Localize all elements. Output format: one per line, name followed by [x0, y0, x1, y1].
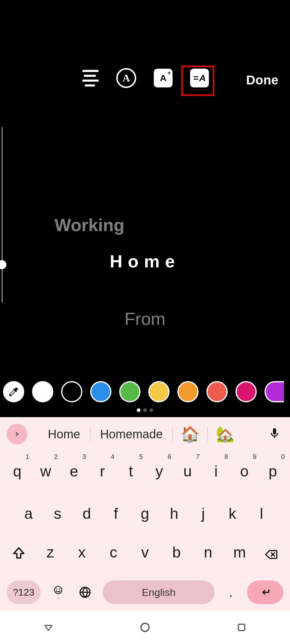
nav-back-button[interactable]	[41, 620, 55, 634]
triangle-down-icon	[42, 621, 54, 633]
color-swatch-yellow[interactable]	[148, 381, 170, 402]
voice-input-button[interactable]	[268, 426, 281, 443]
enter-key[interactable]	[247, 580, 283, 604]
key-r[interactable]: r4	[88, 463, 116, 480]
color-swatch-row	[0, 381, 290, 402]
language-key[interactable]	[76, 586, 94, 599]
svg-rect-6	[239, 624, 245, 631]
color-swatch-green[interactable]	[119, 381, 140, 402]
color-swatch-black[interactable]	[61, 381, 82, 402]
key-u[interactable]: u7	[174, 463, 202, 480]
key-g[interactable]: g	[130, 505, 160, 522]
suggestion-row: Home Homemade 🏠 🏡	[0, 417, 290, 451]
suggestion-divider	[172, 427, 173, 442]
key-v[interactable]: v	[131, 544, 159, 561]
key-z[interactable]: z	[36, 544, 64, 561]
font-style-button[interactable]: A	[116, 68, 136, 88]
emoji-key[interactable]: ,	[49, 585, 67, 599]
symbols-key[interactable]: ?123	[7, 580, 41, 604]
android-nav-bar	[0, 611, 290, 644]
color-swatch-white[interactable]	[32, 381, 53, 402]
key-row-1: q1 w2 e3 r4 t5 y6 u7 i8 o9 p0	[0, 463, 290, 480]
highlight-annotation	[181, 66, 214, 96]
suggestion-emoji-1[interactable]: 🏠	[174, 425, 206, 443]
pager-dot-3	[150, 408, 153, 412]
color-swatch-blue[interactable]	[90, 381, 111, 402]
done-button[interactable]: Done	[246, 73, 278, 87]
shift-key[interactable]	[5, 546, 33, 561]
key-l[interactable]: l	[247, 505, 276, 522]
key-b[interactable]: b	[163, 544, 190, 561]
nav-recent-button[interactable]	[235, 620, 249, 634]
svg-point-0	[54, 587, 62, 594]
color-swatch-purple[interactable]	[265, 381, 284, 402]
globe-icon	[78, 586, 92, 599]
eyedropper-button[interactable]	[3, 381, 24, 402]
suggestion-divider	[207, 427, 208, 442]
svg-text:,: ,	[58, 594, 59, 599]
key-a[interactable]: a	[14, 505, 43, 522]
font-size-slider-thumb[interactable]	[0, 260, 6, 269]
suggestion-divider	[90, 427, 91, 442]
font-size-slider-track[interactable]	[2, 127, 3, 302]
emoji-icon: ,	[53, 585, 64, 599]
key-d[interactable]: d	[72, 505, 101, 522]
swatch-pager	[137, 408, 153, 412]
key-row-4: ?123 , English .	[0, 580, 290, 604]
font-size-button[interactable]: A +	[154, 69, 173, 87]
color-swatch-orange[interactable]	[177, 381, 199, 402]
key-y[interactable]: y6	[145, 463, 173, 480]
key-i[interactable]: i8	[202, 463, 230, 480]
align-button[interactable]	[81, 69, 99, 87]
canvas-text-line1[interactable]: Working	[54, 215, 124, 235]
canvas-text-line2[interactable]: Home	[110, 251, 180, 271]
microphone-icon	[268, 426, 281, 441]
circle-icon	[139, 621, 151, 633]
backspace-icon	[263, 548, 280, 561]
story-canvas: A A + =A Done Working Home From	[0, 0, 290, 417]
keyboard: Home Homemade 🏠 🏡 q1 w2 e3 r4 t5 y6 u7 i…	[0, 417, 290, 644]
key-n[interactable]: n	[194, 544, 222, 561]
key-e[interactable]: e3	[60, 463, 88, 480]
chevron-right-icon	[13, 430, 21, 438]
key-x[interactable]: x	[68, 544, 96, 561]
key-t[interactable]: t5	[117, 463, 145, 480]
color-swatch-coral[interactable]	[206, 381, 228, 402]
key-f[interactable]: f	[101, 505, 130, 522]
square-icon	[236, 622, 247, 633]
suggestion-emoji-2[interactable]: 🏡	[209, 425, 241, 443]
shift-icon	[11, 546, 26, 561]
suggestion-1[interactable]: Home	[39, 427, 89, 441]
svg-point-1	[56, 589, 58, 590]
key-h[interactable]: h	[160, 505, 189, 522]
suggestion-expand-button[interactable]	[7, 424, 27, 444]
key-w[interactable]: w2	[32, 463, 60, 480]
pager-dot-1	[137, 408, 140, 412]
key-row-3: z x c v b n m	[0, 544, 290, 561]
enter-icon	[258, 587, 273, 598]
key-row-2: a s d f g h j k l	[0, 505, 290, 522]
key-o[interactable]: o9	[230, 463, 258, 480]
canvas-text-line3[interactable]: From	[124, 309, 165, 329]
eyedropper-icon	[8, 386, 19, 397]
font-size-sup: +	[167, 70, 171, 76]
key-p[interactable]: p0	[259, 463, 287, 480]
key-j[interactable]: j	[189, 505, 218, 522]
period-key[interactable]: .	[223, 585, 239, 600]
key-s[interactable]: s	[43, 505, 72, 522]
nav-home-button[interactable]	[138, 620, 152, 634]
key-q[interactable]: q1	[3, 463, 31, 480]
font-size-label: A	[160, 73, 166, 83]
backspace-key[interactable]	[257, 548, 285, 561]
key-c[interactable]: c	[100, 544, 127, 561]
space-key[interactable]: English	[103, 580, 215, 604]
color-swatch-magenta[interactable]	[236, 381, 257, 402]
svg-point-5	[141, 623, 149, 632]
pager-dot-2	[143, 408, 147, 412]
svg-point-2	[59, 589, 60, 590]
key-k[interactable]: k	[218, 505, 247, 522]
key-m[interactable]: m	[226, 544, 254, 561]
suggestion-2[interactable]: Homemade	[92, 427, 171, 441]
